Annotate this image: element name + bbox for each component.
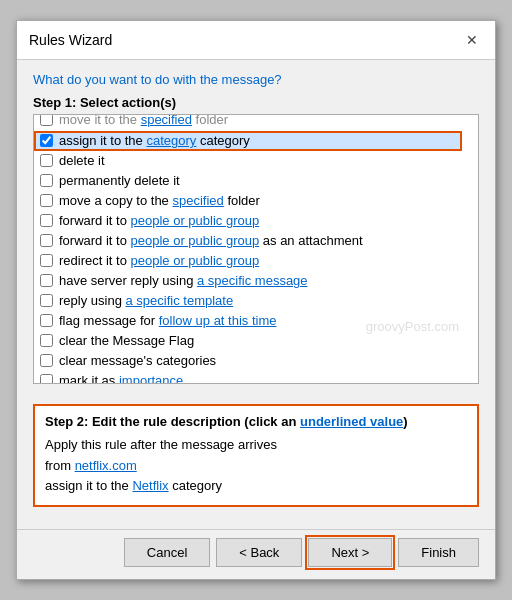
- list-item[interactable]: clear message's categories: [34, 351, 462, 371]
- action-checkbox[interactable]: [40, 354, 53, 367]
- step2-box: Step 2: Edit the rule description (click…: [33, 404, 479, 507]
- list-item[interactable]: flag message for follow up at this time: [34, 311, 462, 331]
- question-highlight: message: [222, 72, 275, 87]
- step1-label: Step 1: Select action(s): [33, 95, 479, 110]
- action-checkbox[interactable]: [40, 254, 53, 267]
- action-checkbox[interactable]: [40, 214, 53, 227]
- action-checkbox[interactable]: [40, 115, 53, 127]
- action-checkbox[interactable]: [40, 154, 53, 167]
- actions-list[interactable]: move it to the specified folder assign i…: [33, 114, 479, 384]
- actions-list-wrapper: move it to the specified folder assign i…: [33, 114, 479, 394]
- list-item[interactable]: delete it: [34, 151, 462, 171]
- list-item[interactable]: move a copy to the specified folder: [34, 191, 462, 211]
- question-text: What do you want to do with the message?: [33, 72, 479, 87]
- list-item[interactable]: redirect it to people or public group: [34, 251, 462, 271]
- step2-line3: assign it to the Netflix category: [45, 476, 467, 497]
- action-checkbox[interactable]: [40, 374, 53, 383]
- question-after: ?: [274, 72, 281, 87]
- step2-label-before: Step 2: Edit the rule description (click…: [45, 414, 300, 429]
- rules-wizard-dialog: Rules Wizard ✕ What do you want to do wi…: [16, 20, 496, 580]
- question-before: What do you want to do with the: [33, 72, 222, 87]
- list-item[interactable]: move it to the specified folder: [34, 115, 462, 131]
- action-checkbox[interactable]: [40, 314, 53, 327]
- list-item[interactable]: have server reply using a specific messa…: [34, 271, 462, 291]
- title-bar: Rules Wizard ✕: [17, 21, 495, 60]
- list-item[interactable]: forward it to people or public group: [34, 211, 462, 231]
- dialog-content: What do you want to do with the message?…: [17, 60, 495, 529]
- step2-label-link[interactable]: underlined value: [300, 414, 403, 429]
- step2-line2-before: from: [45, 458, 75, 473]
- list-item[interactable]: permanently delete it: [34, 171, 462, 191]
- step2-line2: from netflix.com: [45, 456, 467, 477]
- cancel-button[interactable]: Cancel: [124, 538, 210, 567]
- action-checkbox[interactable]: [40, 334, 53, 347]
- step2-line2-link[interactable]: netflix.com: [75, 458, 137, 473]
- list-item-assign-category[interactable]: assign it to the category category: [34, 131, 462, 151]
- close-button[interactable]: ✕: [461, 29, 483, 51]
- list-item[interactable]: mark it as importance: [34, 371, 462, 383]
- list-item[interactable]: clear the Message Flag: [34, 331, 462, 351]
- action-checkbox[interactable]: [40, 234, 53, 247]
- list-item[interactable]: forward it to people or public group as …: [34, 231, 462, 251]
- action-checkbox[interactable]: [40, 274, 53, 287]
- next-button[interactable]: Next >: [308, 538, 392, 567]
- action-checkbox[interactable]: [40, 174, 53, 187]
- list-item[interactable]: reply using a specific template: [34, 291, 462, 311]
- step2-line1: Apply this rule after the message arrive…: [45, 435, 467, 456]
- action-checkbox[interactable]: [40, 194, 53, 207]
- step2-label: Step 2: Edit the rule description (click…: [45, 414, 467, 429]
- back-button[interactable]: < Back: [216, 538, 302, 567]
- dialog-title: Rules Wizard: [29, 32, 112, 48]
- step2-description: Apply this rule after the message arrive…: [45, 435, 467, 497]
- finish-button[interactable]: Finish: [398, 538, 479, 567]
- step2-label-after: ): [403, 414, 407, 429]
- step2-line3-before: assign it to the: [45, 478, 132, 493]
- button-row: Cancel < Back Next > Finish: [17, 529, 495, 579]
- step2-line3-after: category: [169, 478, 222, 493]
- step2-line3-link[interactable]: Netflix: [132, 478, 168, 493]
- action-checkbox[interactable]: [40, 294, 53, 307]
- action-checkbox[interactable]: [40, 134, 53, 147]
